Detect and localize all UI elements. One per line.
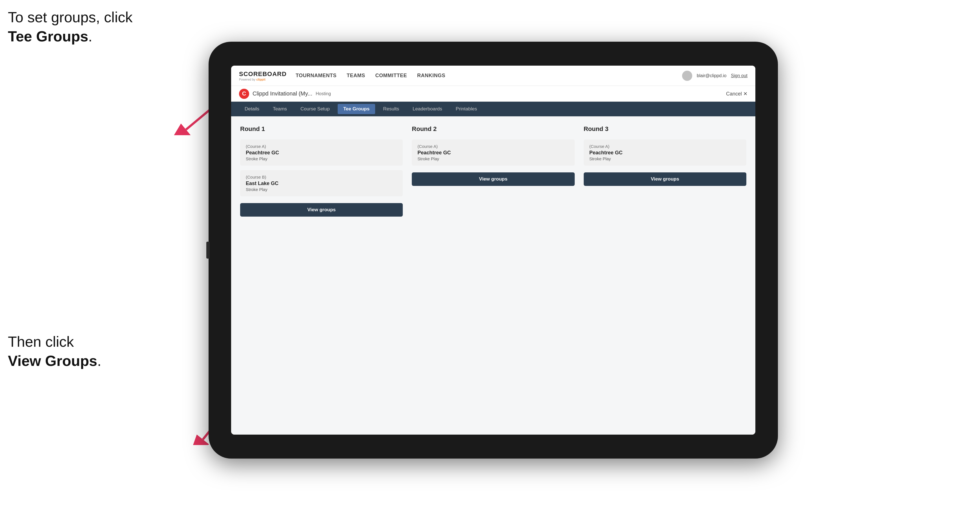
round-1-course-b-format: Stroke Play [246, 187, 397, 192]
tab-results[interactable]: Results [377, 104, 405, 114]
tab-details[interactable]: Details [239, 104, 265, 114]
round-3-course-a-format: Stroke Play [589, 156, 741, 161]
round-2-title: Round 2 [412, 125, 574, 133]
annotation-top-line1: To set groups, click [8, 8, 132, 27]
round-1-course-a-label: (Course A) [246, 144, 397, 149]
sub-header: C Clippd Invitational (My... Hosting Can… [231, 86, 756, 102]
round-1-course-a-format: Stroke Play [246, 156, 397, 161]
round-1-course-b-label: (Course B) [246, 175, 397, 179]
round-3-course-a-name: Peachtree GC [589, 150, 741, 156]
round-3-course-a-label: (Course A) [589, 144, 741, 149]
logo-scoreboard: SCOREBOARD [239, 70, 286, 78]
user-email: blair@clippd.io [697, 73, 726, 78]
round-2-column: Round 2 (Course A) Peachtree GC Stroke P… [412, 125, 574, 217]
tab-printables[interactable]: Printables [450, 104, 483, 114]
annotation-bottom-suffix: . [97, 352, 101, 369]
logo-powered: Powered by clippit [239, 78, 286, 81]
sub-header-logo: C [239, 89, 249, 99]
annotation-bottom-line1: Then click [8, 332, 101, 351]
round-1-course-a-name: Peachtree GC [246, 150, 397, 156]
round-2-course-a-label: (Course A) [417, 144, 569, 149]
tab-course-setup[interactable]: Course Setup [295, 104, 336, 114]
round-3-column: Round 3 (Course A) Peachtree GC Stroke P… [584, 125, 746, 217]
sign-out-link[interactable]: Sign out [731, 73, 748, 78]
round-1-course-b-name: East Lake GC [246, 181, 397, 186]
round-3-course-a-card: (Course A) Peachtree GC Stroke Play [584, 140, 746, 166]
round-1-view-groups-button[interactable]: View groups [240, 203, 403, 217]
nav-rankings[interactable]: RANKINGS [417, 73, 445, 79]
tablet-frame: SCOREBOARD Powered by clippit TOURNAMENT… [208, 42, 778, 459]
user-avatar [682, 71, 692, 81]
annotation-top-suffix: . [88, 28, 92, 44]
nav-links: TOURNAMENTS TEAMS COMMITTEE RANKINGS [296, 73, 682, 79]
top-nav: SCOREBOARD Powered by clippit TOURNAMENT… [231, 66, 756, 86]
tablet-screen: SCOREBOARD Powered by clippit TOURNAMENT… [231, 66, 756, 435]
round-2-course-a-card: (Course A) Peachtree GC Stroke Play [412, 140, 574, 166]
tab-leaderboards[interactable]: Leaderboards [407, 104, 448, 114]
annotation-top-bold: Tee Groups [8, 28, 88, 44]
main-content: Round 1 (Course A) Peachtree GC Stroke P… [231, 116, 756, 435]
tablet-side-button [206, 242, 210, 259]
nav-committee[interactable]: COMMITTEE [375, 73, 407, 79]
nav-right: blair@clippd.io Sign out [682, 71, 748, 81]
sub-header-title: Clippd Invitational (My... [253, 90, 312, 97]
round-2-course-a-name: Peachtree GC [417, 150, 569, 156]
sub-header-status: Hosting [316, 91, 331, 96]
round-1-course-b-card: (Course B) East Lake GC Stroke Play [240, 170, 403, 196]
annotation-top: To set groups, click Tee Groups. [8, 8, 132, 46]
tab-bar: Details Teams Course Setup Tee Groups Re… [231, 102, 756, 116]
nav-tournaments[interactable]: TOURNAMENTS [296, 73, 337, 79]
round-1-title: Round 1 [240, 125, 403, 133]
round-1-column: Round 1 (Course A) Peachtree GC Stroke P… [240, 125, 403, 217]
round-3-title: Round 3 [584, 125, 746, 133]
logo-area: SCOREBOARD Powered by clippit [239, 70, 286, 81]
round-3-view-groups-button[interactable]: View groups [584, 172, 746, 186]
annotation-bottom-bold: View Groups [8, 352, 97, 369]
tab-teams[interactable]: Teams [267, 104, 293, 114]
rounds-grid: Round 1 (Course A) Peachtree GC Stroke P… [240, 125, 746, 217]
annotation-bottom: Then click View Groups. [8, 332, 101, 370]
cancel-button[interactable]: Cancel ✕ [726, 91, 748, 97]
round-1-course-a-card: (Course A) Peachtree GC Stroke Play [240, 140, 403, 166]
round-2-course-a-format: Stroke Play [417, 156, 569, 161]
round-2-view-groups-button[interactable]: View groups [412, 172, 574, 186]
nav-teams[interactable]: TEAMS [347, 73, 365, 79]
sub-header-left: C Clippd Invitational (My... Hosting [239, 89, 331, 99]
tab-tee-groups[interactable]: Tee Groups [338, 104, 375, 114]
